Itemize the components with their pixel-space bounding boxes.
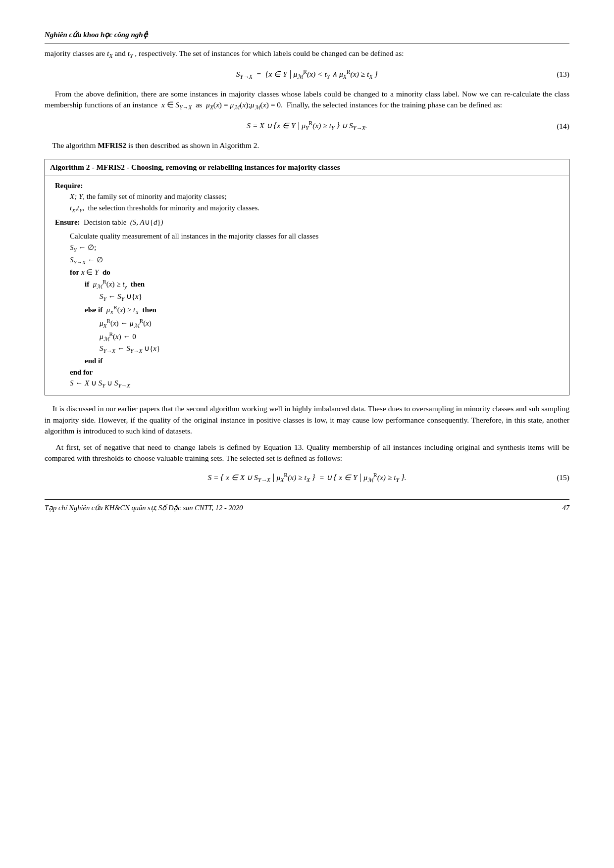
paragraph-3: The algorithm MFRIS2 is then described a… <box>45 140 569 151</box>
equation-13: SY→X = {x ∈ Y | μℳR(x) < tY ∧ μXR(x) ≥ t… <box>45 68 569 82</box>
algorithm-body: Require: X; Y, the family set of minorit… <box>45 176 569 395</box>
require-line1: X; Y, the family set of minority and maj… <box>55 191 559 202</box>
alg-syx-update: SY→X ← SY→X ∪{x} <box>55 343 559 355</box>
paragraph-5: At first, set of negative that need to c… <box>45 442 569 464</box>
alg-elseif: else if μXR(x) ≥ tX then <box>55 303 559 317</box>
footer: Tạp chí Nghiên cứu KH&CN quân sự, Số Đặc… <box>45 503 569 513</box>
equation-15: S = { x ∈ X ∪ SY→X | μXR(x) ≥ tX } = ∪ {… <box>45 471 569 485</box>
journal-header: Nghiên cứu khoa học công nghệ <box>45 30 569 44</box>
alg-sy-update: SY ← SY ∪{x} <box>55 291 559 303</box>
alg-mux-update: μXR(x) ← μℳR(x) <box>55 317 559 330</box>
algorithm-box: Algorithm 2 - MFRIS2 - Choosing, removin… <box>45 159 569 395</box>
journal-name: Tạp chí Nghiên cứu KH&CN quân sự, Số Đặc… <box>45 503 243 513</box>
alg-end-if: end if <box>55 355 559 367</box>
alg-s-final: S ← X ∪ SY ∪ SY→X <box>55 378 559 390</box>
require-line2: tX,tY, the selection thresholds for mino… <box>55 202 559 215</box>
require-section: Require: <box>55 180 559 192</box>
paragraph-4: It is discussed in our earlier papers th… <box>45 403 569 436</box>
paragraph-1: majority classes are tX and tY , respect… <box>45 48 569 61</box>
equation-14: S = X ∪ {x ∈ Y | μYR(x) ≥ tY } ∪ SY→X. (… <box>45 119 569 133</box>
ensure-section: Ensure: Decision table (S, A∪{d}) <box>55 217 559 228</box>
alg-end-for: end for <box>55 367 559 378</box>
alg-mum-zero: μℳR(x) ← 0 <box>55 330 559 343</box>
alg-if: if μℳR(x) ≥ ty then <box>55 278 559 291</box>
calc-line: Calculate quality measurement of all ins… <box>55 231 559 242</box>
alg-syx-init: SY→X ← ∅ <box>55 254 559 267</box>
alg-sy-init: SY ← ∅; <box>55 242 559 254</box>
algorithm-title: Algorithm 2 - MFRIS2 - Choosing, removin… <box>45 159 569 176</box>
alg-for: for x ∈ Y do <box>55 267 559 278</box>
paragraph-2: From the above definition, there are som… <box>45 89 569 112</box>
page-number: 47 <box>563 503 570 513</box>
